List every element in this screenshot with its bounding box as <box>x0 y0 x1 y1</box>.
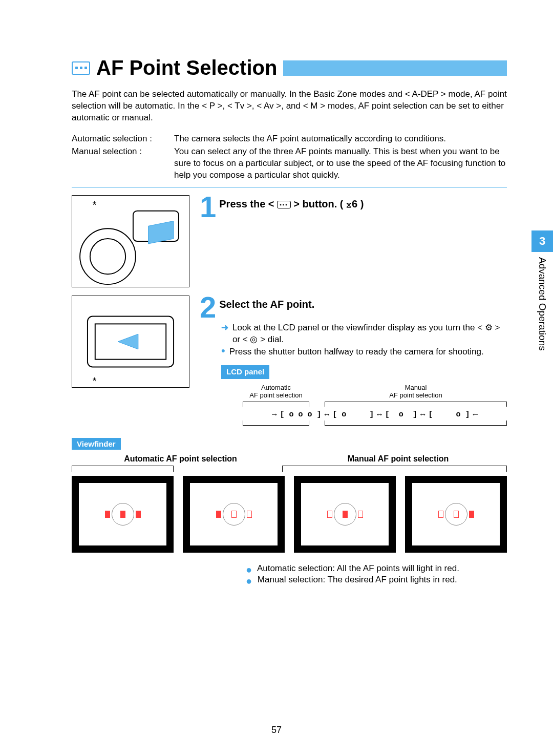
manual-desc: You can select any of the three AF point… <box>174 146 507 181</box>
manual-label: Manual selection : <box>72 146 174 181</box>
viewfinder-notes: ● Automatic selection: All the AF points… <box>72 563 507 586</box>
vf-auto-title: Automatic AF point selection <box>72 454 289 464</box>
svg-point-1 <box>90 239 125 274</box>
step-1: * 1 Press the < ▪▪▪ > button. ( ⧖6 ) <box>72 195 507 287</box>
step-2-heading: Select the AF point. <box>200 296 507 310</box>
step-1-number: 1 <box>200 192 216 222</box>
title-accent-bar <box>283 60 507 76</box>
auto-label: Automatic selection : <box>72 133 174 145</box>
vf-frame-manual-center <box>294 476 396 552</box>
intro-paragraph: The AF point can be selected automatical… <box>72 89 507 124</box>
bullet-dot-icon: ● <box>246 564 252 575</box>
svg-marker-3 <box>148 221 174 244</box>
bullet-dot-icon: ● <box>246 575 252 586</box>
lcd-glyph-sequence: →[ o o o ] ↔[ o ] ↔[ o ] ↔[ o ] ← <box>243 410 507 421</box>
af-point-icon <box>72 61 90 75</box>
page-title: AF Point Selection <box>96 56 277 79</box>
selection-definitions: Automatic selection : The camera selects… <box>72 133 507 182</box>
svg-text:*: * <box>93 199 97 210</box>
viewfinder-label: Viewfinder <box>72 438 121 450</box>
svg-text:*: * <box>93 375 97 387</box>
section-title-row: AF Point Selection <box>72 56 507 79</box>
step-2-illustration: * <box>72 296 189 388</box>
vf-note-2a: Manual selection: <box>258 575 325 584</box>
chapter-side-tab: 3 Advanced Operations <box>531 230 553 420</box>
lcd-panel-label: LCD panel <box>221 365 269 379</box>
af-select-button-icon: ▪▪▪ <box>277 201 291 208</box>
bullet-dot-icon: • <box>221 346 225 358</box>
step-1-illustration: * <box>72 195 189 287</box>
vf-frame-auto <box>72 476 174 552</box>
chapter-title: Advanced Operations <box>537 257 548 351</box>
page-number: 57 <box>0 725 553 736</box>
separator-rule <box>72 187 507 188</box>
timer-icon: ⧖ <box>346 200 352 209</box>
lcd-diagram: Automatic AF point selection Manual AF p… <box>221 384 507 426</box>
step-2-bullet-1: Look at the LCD panel or the viewfinder … <box>232 322 507 346</box>
viewfinder-section: Viewfinder Automatic AF point selection … <box>72 436 507 586</box>
svg-marker-7 <box>118 334 138 349</box>
lcd-manual-head: Manual AF point selection <box>325 384 507 400</box>
step-2-bullet-2: Press the shutter button halfway to read… <box>229 346 484 358</box>
step-2-number: 2 <box>200 292 216 322</box>
vf-note-2b: The desired AF point lights in red. <box>328 575 457 584</box>
step-1-heading: Press the < ▪▪▪ > button. ( ⧖6 ) <box>200 195 507 210</box>
auto-desc: The camera selects the AF point automati… <box>174 133 507 145</box>
lcd-auto-head: Automatic AF point selection <box>243 384 309 400</box>
chapter-number: 3 <box>531 230 553 252</box>
vf-frame-manual-left <box>183 476 285 552</box>
vf-frame-manual-right <box>405 476 507 552</box>
step-2: * 2 Select the AF point. ➜ Look at the L… <box>72 296 507 426</box>
vf-note-1b: All the AF points will light in red. <box>337 563 459 573</box>
vf-note-1a: Automatic selection: <box>257 563 335 573</box>
vf-manual-title: Manual AF point selection <box>289 454 507 464</box>
svg-point-0 <box>80 228 136 284</box>
bullet-arrow-icon: ➜ <box>221 322 228 346</box>
